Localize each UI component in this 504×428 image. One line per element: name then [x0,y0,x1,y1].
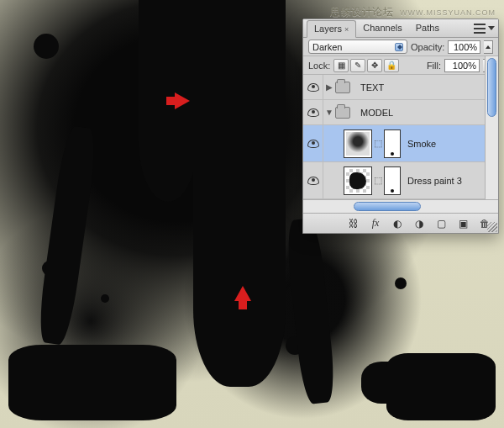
tab-paths[interactable]: Paths [409,20,446,36]
close-icon[interactable]: × [344,25,349,34]
opacity-stepper[interactable] [484,40,493,54]
lock-paint-button[interactable]: ✎ [350,59,365,72]
layer-group-model[interactable]: ▼ MODEL [303,100,498,125]
visibility-toggle[interactable] [303,162,323,198]
folder-icon [335,107,350,119]
visibility-toggle[interactable] [303,100,323,124]
eye-icon [307,83,319,92]
panel-menu-arrow-icon[interactable] [488,26,495,30]
eye-icon [307,140,319,148]
blend-mode-value: Darken [312,42,342,52]
fill-input[interactable]: 100% [444,59,480,72]
blend-mode-select[interactable]: Darken [308,40,407,54]
mask-link-icon[interactable]: ⬚ [374,175,382,186]
annotation-arrow-1 [175,92,190,109]
horizontal-scrollbar[interactable] [303,199,498,213]
panel-footer: ⛓ fx ◐ ◑ ▢ ▣ 🗑 [303,213,498,233]
eye-icon [307,177,319,185]
layer-thumbnail[interactable] [344,166,372,195]
watermark-text: 思缘设计论坛 [330,6,393,18]
link-layers-button[interactable]: ⛓ [345,216,362,231]
fx-button[interactable]: fx [367,216,384,231]
adjustment-layer-button[interactable]: ◑ [411,216,428,231]
layer-thumbnail[interactable] [344,129,372,158]
fx-icon: fx [372,217,380,230]
eye-icon [307,108,319,117]
add-mask-button[interactable]: ◐ [389,216,406,231]
lock-all-button[interactable]: 🔒 [384,59,399,72]
tab-layers-label: Layers [314,24,342,34]
lock-transparency-button[interactable]: ▦ [333,59,349,72]
new-group-button[interactable]: ▢ [433,216,449,231]
new-layer-button[interactable]: ▣ [454,216,471,231]
disclosure-closed-icon[interactable]: ▶ [323,82,335,92]
visibility-toggle[interactable] [303,75,323,99]
panel-menu-icon[interactable] [474,24,486,34]
vertical-scrollbar[interactable] [485,56,498,213]
mask-link-icon[interactable]: ⬚ [374,138,382,149]
layer-group-text[interactable]: ▶ TEXT [303,75,498,100]
layer-name: MODEL [355,108,393,118]
layer-name: TEXT [355,82,384,92]
tab-layers[interactable]: Layers× [307,20,356,38]
opacity-input[interactable]: 100% [448,40,480,54]
layer-mask-thumbnail[interactable] [384,129,401,158]
layer-name: Dress paint 3 [402,176,462,186]
select-caret-icon [395,43,403,51]
layers-panel: Layers× Channels Paths Darken Opacity: 1… [302,18,499,234]
layer-smoke[interactable]: ⬚ Smoke [303,125,498,162]
layer-name: Smoke [402,139,436,149]
lock-position-button[interactable]: ✥ [367,59,382,72]
tab-channels[interactable]: Channels [356,20,408,36]
watermark: 思缘设计论坛 WWW.MISSYUAN.COM [330,5,496,19]
annotation-arrow-2 [234,286,251,301]
layer-dress-paint-3[interactable]: ⬚ Dress paint 3 [303,162,498,199]
fill-label: Fill: [427,61,441,71]
opacity-label: Opacity: [411,42,444,52]
horizontal-scroll-thumb[interactable] [354,202,421,211]
visibility-toggle[interactable] [303,125,323,161]
layer-mask-thumbnail[interactable] [384,166,401,195]
folder-icon [335,82,350,93]
disclosure-open-icon[interactable]: ▼ [323,108,335,117]
layers-list: ▶ TEXT ▼ MODEL ⬚ Smoke ⬚ Dress paint 3 [303,75,498,199]
resize-handle[interactable] [487,222,497,232]
lock-label: Lock: [308,61,330,71]
panel-tabs: Layers× Channels Paths [303,19,498,38]
vertical-scroll-thumb[interactable] [487,58,496,117]
watermark-url: WWW.MISSYUAN.COM [400,8,496,17]
